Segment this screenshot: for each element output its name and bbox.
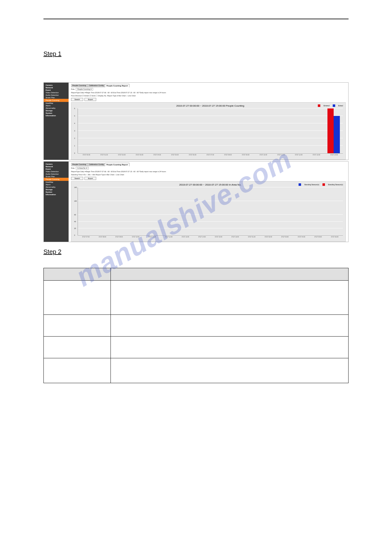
sidebar-item[interactable]: Alarm [44,183,69,186]
x-tick: 07/27 09:00 [237,154,255,156]
legend-swatch [322,183,325,186]
screenshot-1: CameraNetworkEventVideo DetectionAudio D… [43,82,349,160]
sidebar-item[interactable]: Network [44,86,69,89]
export-button[interactable]: Export [84,177,96,180]
table-row [44,281,349,315]
sidebar-item[interactable]: Audio Detection [44,173,69,175]
sidebar-item[interactable]: Smart Plan [44,96,69,99]
bar-slot [293,187,309,235]
chart-title: 2018-07-27 00:00:00 ~ 2018-07-27 15:00:0… [78,104,343,108]
screenshot-2: CameraNetworkEventVideo DetectionAudio D… [43,161,349,242]
sidebar-item[interactable]: Camera [44,163,69,165]
bar [327,108,334,153]
sidebar: CameraNetworkEventVideo DetectionAudio D… [44,83,69,160]
table-cell-label [44,281,111,315]
sidebar-item[interactable]: People Counting [44,178,69,181]
x-tick: 07/27 01:00 [95,154,113,156]
x-tick: 07/27 07:00 [201,154,219,156]
sidebar-item[interactable]: Information [44,193,69,196]
legend: EnteredExited [318,104,343,107]
bar-slot [255,108,272,153]
bar-slot [290,108,307,153]
x-tick: 07/27 15:00 [210,236,227,238]
table-cell-value [111,315,349,337]
table-cell-label [44,315,111,337]
legend-label: Standing Season(s) [328,184,343,186]
tab[interactable]: People Counting Report [105,84,129,87]
bar-slot [237,108,255,153]
bar-slot [210,187,227,235]
x-tick: 07/27 03:00 [277,236,293,238]
step1-heading: Step 1 [43,50,349,57]
tab[interactable]: People Counting [71,84,88,87]
bar-slot [272,108,290,153]
sidebar-item[interactable]: Video Detection [44,91,69,94]
sidebar-item[interactable]: Information [44,114,69,117]
sidebar-item[interactable]: Alarm [44,104,69,107]
sidebar-item[interactable]: Storage [44,109,69,112]
parameter-table [43,268,349,383]
bar-slot [227,187,243,235]
bar-slot [260,187,276,235]
tab[interactable]: Calibration Config [88,84,105,87]
sidebar-item[interactable]: Event [44,89,69,91]
table-row [44,315,349,337]
bar-slot [184,108,202,153]
sidebar-item[interactable]: Audio Detection [44,94,69,96]
x-tick: 07/27 00:00 [78,154,95,156]
sidebar-item[interactable]: People Counting [44,99,69,102]
sidebar-item[interactable]: Storage [44,188,69,191]
bar-slot [166,108,184,153]
top-rule [43,19,349,19]
sidebar-item[interactable]: Video Detection [44,170,69,173]
bar-slot [79,187,95,235]
bar-slot [161,187,178,235]
x-tick: 07/27 04:00 [148,154,166,156]
sidebar-item[interactable]: Network [44,165,69,168]
sidebar-item[interactable]: Smart Plan [44,175,69,178]
bar-slot [114,108,131,153]
bar-slot [243,187,260,235]
table-cell-value [111,281,349,315]
x-tick: 07/27 10:00 [255,154,272,156]
sidebar: CameraNetworkEventVideo DetectionAudio D… [44,162,69,242]
legend-label: Exited [338,105,343,107]
bar-slot [128,187,144,235]
export-button[interactable]: Export [84,98,96,101]
legend-swatch [333,104,335,107]
legend-swatch [299,183,301,186]
x-tick: 07/27 14:00 [194,236,210,238]
bar-slot [178,187,194,235]
x-tick: 07/27 13:00 [177,236,194,238]
sidebar-item[interactable]: Camera [44,84,69,86]
table-cell-label [44,358,111,383]
sidebar-item[interactable]: System [44,112,69,114]
sidebar-item[interactable]: HeatMap [44,181,69,183]
search-button[interactable]: Search [71,177,83,180]
plot: 0123456 [78,108,343,154]
rule-select[interactable]: People Counting ▾ [76,88,93,90]
table-cell-value [111,337,349,358]
sidebar-item[interactable]: HeatMap [44,102,69,104]
bar-slot [96,108,114,153]
search-button[interactable]: Search [71,98,83,101]
tab[interactable]: People Counting Report [105,163,129,166]
sidebar-item[interactable]: Event [44,168,69,170]
tab[interactable]: People Counting [71,163,88,166]
x-tick: 07/27 12:00 [290,154,308,156]
step2-heading: Step 2 [43,248,349,255]
rule-label: Rule [71,167,74,169]
bar-slot [307,108,325,153]
sidebar-item[interactable]: Abnormality [44,186,69,188]
x-tick: 07/27 02:00 [260,236,277,238]
filter-row-2: Standing Time ● 5s ○ 30s ○ 60s Report Ty… [71,173,346,176]
rule-select[interactable]: In Area No. ▾ [76,167,89,169]
x-tick: 07/27 02:00 [113,154,131,156]
legend-label: Entered [323,105,329,107]
tab[interactable]: Calibration Config [88,163,105,166]
sidebar-item[interactable]: Abnormality [44,107,69,109]
legend-swatch [318,104,320,107]
bar-slot [149,108,167,153]
sidebar-item[interactable]: System [44,191,69,193]
bar-slot [326,187,342,235]
